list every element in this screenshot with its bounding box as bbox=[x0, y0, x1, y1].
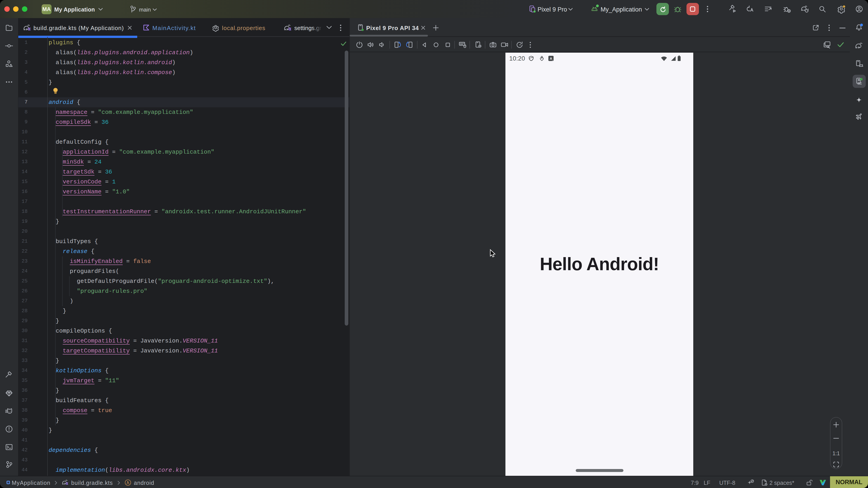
svg-text:A: A bbox=[550, 57, 552, 60]
